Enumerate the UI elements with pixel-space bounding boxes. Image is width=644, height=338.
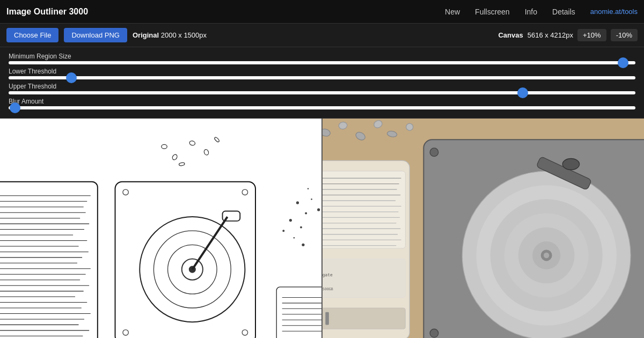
svg-point-47 [305,212,307,215]
svg-point-100 [430,148,438,157]
svg-rect-86 [323,259,405,297]
header: Image Outliner 3000 New Fullscreen Info … [0,0,644,24]
sliders-section: Minimum Region Size Lower Threshold Uppe… [0,47,644,119]
slider-label-min-region-size: Minimum Region Size [9,53,635,60]
original-label: Original [133,31,159,39]
svg-point-48 [311,199,312,200]
svg-point-52 [317,208,320,211]
svg-point-54 [294,237,295,239]
svg-rect-0 [0,119,321,338]
slider-row-lower-threshold: Lower Threshold [9,68,635,79]
nav-details-button[interactable]: Details [546,4,582,19]
svg-point-97 [544,253,549,258]
images-section: Seagate ST3500320AS 500GB [0,119,644,338]
svg-text:ST3500320AS 500GB: ST3500320AS 500GB [323,287,333,291]
slider-thumb-lower-threshold[interactable] [66,72,77,83]
canvas-label: Canvas [498,31,523,39]
header-link[interactable]: anomie.at/tools [590,8,638,16]
svg-point-50 [300,226,302,229]
svg-point-99 [562,159,579,170]
original-info: Original 2000 x 1500px [133,31,207,39]
svg-point-49 [289,219,292,222]
original-dimensions: 2000 x 1500px [161,31,207,39]
choose-file-button[interactable]: Choose File [6,28,58,42]
svg-point-55 [302,244,304,246]
nav-info-button[interactable]: Info [518,4,544,19]
zoom-out-button[interactable]: -10% [611,29,638,41]
download-png-button[interactable]: Download PNG [64,28,127,42]
outline-svg [0,119,321,338]
canvas-info: Canvas 5616 x 4212px +10% -10% [498,29,638,41]
toolbar: Choose File Download PNG Original 2000 x… [0,24,644,47]
slider-label-upper-threshold: Upper Threshold [9,83,635,90]
slider-track-min-region-size[interactable] [9,61,635,64]
outline-panel [0,119,323,338]
svg-point-51 [308,188,309,189]
nav-new-button[interactable]: New [438,4,466,19]
slider-track-lower-threshold[interactable] [9,76,635,79]
svg-point-116 [406,123,413,130]
photo-svg: Seagate ST3500320AS 500GB [323,119,644,338]
app-title: Image Outliner 3000 [6,7,88,17]
svg-point-53 [282,230,284,232]
slider-track-blur-amount[interactable] [9,106,635,109]
canvas-dimensions: 5616 x 4212px [528,31,573,39]
svg-point-46 [296,201,299,204]
slider-track-upper-threshold[interactable] [9,91,635,94]
slider-row-min-region-size: Minimum Region Size [9,53,635,64]
svg-rect-66 [323,171,405,248]
svg-text:Seagate: Seagate [323,273,333,277]
photo-panel: Seagate ST3500320AS 500GB [323,119,644,338]
nav-buttons: New Fullscreen Info Details [438,4,582,19]
slider-label-lower-threshold: Lower Threshold [9,68,635,75]
slider-thumb-min-region-size[interactable] [618,57,628,68]
slider-thumb-upper-threshold[interactable] [517,87,528,98]
zoom-in-button[interactable]: +10% [577,29,606,41]
svg-point-101 [430,329,438,337]
slider-row-upper-threshold: Upper Threshold [9,83,635,94]
svg-rect-80 [323,308,405,329]
slider-thumb-blur-amount[interactable] [10,102,20,113]
slider-label-blur-amount: Blur Amount [9,98,635,105]
slider-row-blur-amount: Blur Amount [9,98,635,109]
svg-rect-85 [325,312,329,325]
nav-fullscreen-button[interactable]: Fullscreen [469,4,516,19]
